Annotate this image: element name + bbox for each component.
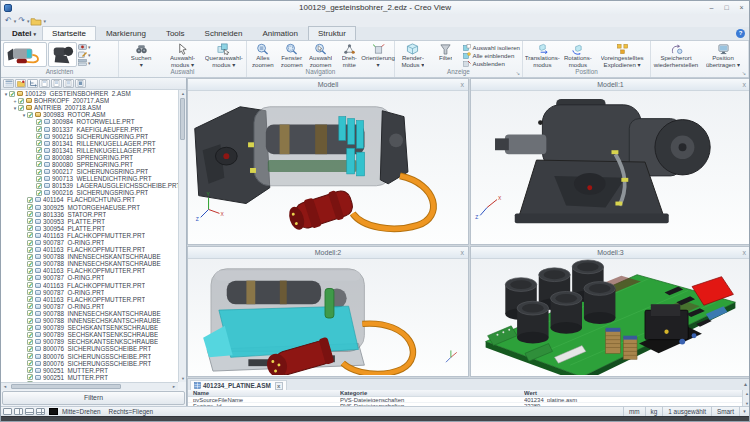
panel-pin-icon[interactable]: ▴	[744, 380, 747, 387]
tree-horizontal-scrollbar[interactable]: ◄ ►	[1, 382, 178, 390]
tree-checkbox[interactable]: ✓	[36, 169, 42, 175]
properties-scrollbar[interactable]: ▲ ▼	[742, 390, 750, 407]
tree-row[interactable]: ✓ 900216_SICHERUNGSRING.PRT	[1, 133, 178, 140]
tree-vscroll-thumb[interactable]	[180, 98, 185, 140]
help-icon[interactable]: ?	[736, 29, 745, 38]
viewport-modell-3-canvas[interactable]	[471, 259, 750, 375]
tree-checkbox[interactable]: ✓	[27, 261, 33, 267]
viewport-close-icon[interactable]: x	[461, 247, 465, 258]
properties-tab-close-icon[interactable]: x	[275, 382, 283, 390]
view-thumbnail-default[interactable]	[3, 42, 47, 67]
qat-customize-caret-icon[interactable]: ▾	[43, 18, 46, 24]
viewport-modell-2-header[interactable]: Modell:2 x	[188, 247, 468, 259]
tree-checkbox[interactable]: ✓	[27, 325, 33, 331]
layout-horizontal-split-button[interactable]	[25, 408, 34, 415]
tree-row[interactable]: ✓ 900713_WELLENDICHTRING.PRT	[1, 175, 178, 182]
scroll-right-icon[interactable]: ►	[170, 383, 178, 391]
ribbon-tab[interactable]: Markierung	[96, 26, 156, 40]
layout-vertical-split-button[interactable]	[14, 408, 23, 415]
tree-checkbox[interactable]: ✓	[27, 254, 33, 260]
tree-level-2-button[interactable]	[51, 79, 62, 88]
tree-checkbox[interactable]: ✓	[36, 147, 42, 153]
tree-checkbox[interactable]: ✓	[27, 211, 33, 217]
tree-checkbox[interactable]: ✓	[27, 353, 33, 359]
redo-caret-icon[interactable]: ▾	[27, 18, 30, 24]
tree-row[interactable]: ▾ ✓ 300983_ROTOR.ASM	[1, 111, 178, 118]
update-view-button[interactable]: ▾	[78, 51, 91, 58]
selection-filter-caret-icon[interactable]: ▾	[739, 407, 749, 416]
spin-center-button[interactable]: Dreh- mitte	[335, 42, 363, 68]
show-all-button[interactable]: Alle einblenden	[463, 51, 520, 59]
isolate-selection-button[interactable]: Auswahl isolieren	[463, 43, 520, 51]
tree-level-3-button[interactable]	[63, 79, 74, 88]
tree-row[interactable]: ✓ 800080_SPRENGRING.PRT	[1, 161, 178, 168]
tree-checkbox[interactable]: ✓	[27, 310, 33, 316]
tree-row[interactable]: + ✓ BOHRKOPF_200717.ASM	[1, 97, 178, 104]
cross-selection-mode-button[interactable]: Querauswahl- modus ▾	[204, 42, 244, 68]
minimize-button[interactable]: –	[704, 2, 719, 13]
anzeige-dialog-launcher-icon[interactable]: ↘	[516, 69, 520, 77]
rotation-mode-button[interactable]: Rotations- modus	[561, 42, 596, 68]
tree-checkbox[interactable]: ✓	[27, 367, 33, 373]
viewport-close-icon[interactable]: x	[743, 79, 747, 90]
tree-level-1-button[interactable]	[39, 79, 50, 88]
viewport-close-icon[interactable]: x	[461, 79, 465, 90]
undo-caret-icon[interactable]: ▾	[14, 18, 17, 24]
column-header-wert[interactable]: Wert	[524, 390, 742, 396]
tree-checkbox[interactable]: ✓	[27, 112, 33, 118]
tree-checkbox[interactable]: ✓	[27, 360, 33, 366]
background-color-swatch[interactable]	[49, 408, 58, 415]
column-header-kategorie[interactable]: Kategorie	[340, 390, 524, 396]
view-gallery-button[interactable]: ▾	[78, 59, 91, 66]
tree-checkbox[interactable]: ✓	[27, 332, 33, 338]
tree-checkbox[interactable]: ✓	[27, 296, 33, 302]
tree-row[interactable]: ▾ ✓ 100129_GESTEINSBOHRER_2.ASM	[1, 90, 178, 97]
tree-checkbox[interactable]: ✓	[36, 154, 42, 160]
maximize-button[interactable]: □	[719, 2, 734, 13]
tree-checkbox[interactable]: ✓	[27, 204, 33, 210]
selection-filter-mode[interactable]: Smart	[711, 407, 739, 416]
scroll-down-icon[interactable]: ▼	[179, 375, 187, 382]
tree-row[interactable]: ✓ 801341_RILLENKUGELLAGER.PRT	[1, 147, 178, 154]
tree-checkbox[interactable]: ✓	[27, 289, 33, 295]
tree-checkbox[interactable]: ✓	[36, 119, 42, 125]
tree-row[interactable]: ✓ 900217_SICHERUNGSRING.PRT	[1, 168, 178, 175]
tree-vertical-scrollbar[interactable]: ▲ ▼	[178, 90, 186, 382]
tree-hscroll-thumb[interactable]	[11, 384, 121, 389]
viewport-modell-canvas[interactable]: Y X Z	[188, 91, 468, 243]
translation-mode-button[interactable]: Translations- modus	[525, 42, 560, 68]
tree-checkbox[interactable]: ✓	[36, 126, 42, 132]
file-menu-button[interactable]: Datei ▾	[4, 27, 42, 40]
filter-button[interactable]: Filter	[430, 42, 462, 62]
orientation-button[interactable]: Orientierung ▾	[364, 42, 392, 68]
tree-checkbox[interactable]: ✓	[36, 140, 42, 146]
tree-checkbox[interactable]: ✓	[36, 190, 42, 196]
hide-button[interactable]: Ausblenden	[463, 60, 520, 68]
zoom-selected-button[interactable]: Auswahl zoomen	[307, 42, 335, 68]
tree-level-all-button[interactable]	[75, 79, 86, 88]
undo-icon[interactable]: ↶	[4, 16, 13, 26]
tree-checkbox[interactable]: ✓	[27, 303, 33, 309]
tree-row[interactable]: ✓ 800080_SPRENGRING.PRT	[1, 154, 178, 161]
layout-single-button[interactable]	[3, 408, 12, 415]
transfer-position-button[interactable]: Position übertragen ▾	[700, 42, 746, 68]
ribbon-tab[interactable]: Animation	[252, 26, 308, 40]
viewport-modell-2-canvas[interactable]	[188, 259, 468, 375]
tree-checkbox[interactable]: ✓	[27, 374, 33, 380]
tree-checkbox[interactable]: ✓	[27, 346, 33, 352]
tree-display-button[interactable]	[3, 79, 14, 88]
selection-mode-button[interactable]: Auswahl- modus ▾	[162, 42, 202, 68]
viewport-modell-1-canvas[interactable]: X Z	[471, 91, 750, 243]
ribbon-tab[interactable]: Tools	[156, 26, 195, 40]
tree-checkbox[interactable]: ✓	[36, 183, 42, 189]
search-button[interactable]: Suchen ▾	[121, 42, 161, 68]
scroll-up-icon[interactable]: ▲	[743, 390, 750, 397]
open-file-icon[interactable]	[30, 16, 42, 26]
tree-add-annotation-button[interactable]	[15, 79, 26, 88]
close-button[interactable]: ×	[734, 2, 749, 13]
ribbon-tab[interactable]: Schneiden	[195, 26, 253, 40]
speichern-dialog-launcher-icon[interactable]: ↘	[742, 69, 746, 77]
capture-view-button[interactable]: ▾	[78, 43, 91, 50]
tree-checkbox[interactable]: ✓	[27, 318, 33, 324]
tree-row[interactable]: ✓ 801539_LAGERAUSGLEICHSSCHEIBE.PRT	[1, 182, 178, 189]
